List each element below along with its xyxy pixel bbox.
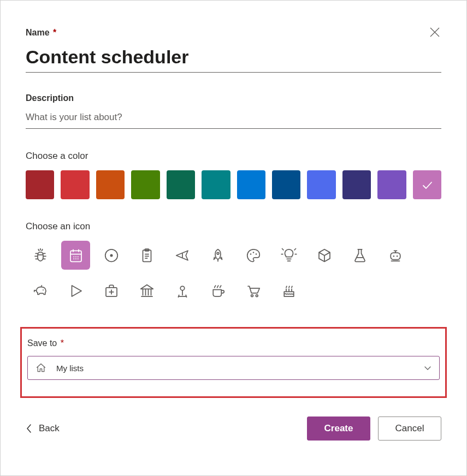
description-label: Description xyxy=(26,93,441,103)
icon-option-target[interactable] xyxy=(97,241,126,270)
calendar-icon xyxy=(68,247,84,264)
svg-point-1 xyxy=(73,256,74,257)
home-icon xyxy=(36,362,46,373)
location-icon xyxy=(174,283,191,299)
icon-option-piggybank[interactable] xyxy=(26,276,55,305)
icon-option-medical[interactable] xyxy=(97,276,126,305)
coffee-icon xyxy=(210,283,226,299)
save-to-select[interactable]: My lists xyxy=(27,356,440,380)
svg-point-8 xyxy=(110,254,113,257)
icon-option-lightbulb[interactable] xyxy=(274,241,303,270)
save-to-section: Save to * My lists xyxy=(20,327,447,398)
save-to-selected-label: My lists xyxy=(56,364,84,373)
save-to-label: Save to * xyxy=(27,338,440,348)
svg-point-6 xyxy=(77,258,78,259)
svg-point-12 xyxy=(250,253,251,255)
color-swatch-blue[interactable] xyxy=(237,170,265,199)
color-swatch-red[interactable] xyxy=(61,170,89,199)
clipboard-icon xyxy=(139,247,155,264)
icon-option-calendar[interactable] xyxy=(61,241,90,270)
icon-option-rocket[interactable] xyxy=(203,241,232,270)
svg-point-5 xyxy=(75,258,76,259)
choose-icon-label: Choose an icon xyxy=(26,221,441,232)
color-swatch-dark-green[interactable] xyxy=(167,170,195,199)
beaker-icon xyxy=(352,247,368,264)
back-button[interactable]: Back xyxy=(26,423,60,434)
color-swatch-navy[interactable] xyxy=(342,170,371,199)
icon-option-cube[interactable] xyxy=(310,241,339,270)
color-swatch-dark-blue[interactable] xyxy=(272,170,300,199)
icon-option-beaker[interactable] xyxy=(345,241,374,270)
close-button[interactable] xyxy=(427,25,442,40)
create-button[interactable]: Create xyxy=(307,416,370,441)
svg-point-18 xyxy=(43,289,44,290)
icon-option-bank[interactable] xyxy=(132,276,161,305)
svg-rect-0 xyxy=(70,251,81,261)
svg-point-22 xyxy=(256,294,258,296)
bug-icon xyxy=(32,247,49,264)
cake-icon xyxy=(281,283,297,299)
bank-icon xyxy=(139,283,155,299)
color-swatch-indigo[interactable] xyxy=(307,170,335,199)
close-icon xyxy=(430,27,440,37)
name-input[interactable] xyxy=(26,43,441,73)
svg-point-21 xyxy=(251,294,253,296)
svg-point-11 xyxy=(217,252,219,254)
svg-point-4 xyxy=(73,258,74,259)
color-swatch-purple[interactable] xyxy=(377,170,406,199)
choose-color-label: Choose a color xyxy=(26,151,441,162)
icon-option-cake[interactable] xyxy=(274,276,303,305)
color-swatch-row xyxy=(26,170,441,199)
icon-option-palette[interactable] xyxy=(239,241,268,270)
svg-point-17 xyxy=(396,255,398,257)
play-icon xyxy=(68,283,84,299)
description-input[interactable] xyxy=(26,109,441,129)
svg-point-3 xyxy=(77,256,78,257)
icon-option-cart[interactable] xyxy=(239,276,268,305)
robot-icon xyxy=(387,247,404,264)
svg-point-13 xyxy=(252,252,254,253)
icon-option-airplane[interactable] xyxy=(168,241,197,270)
icon-option-bug[interactable] xyxy=(26,241,55,270)
icon-grid xyxy=(26,241,441,305)
medical-icon xyxy=(103,283,120,299)
icon-option-play[interactable] xyxy=(61,276,90,305)
color-swatch-teal[interactable] xyxy=(202,170,230,199)
cube-icon xyxy=(316,247,333,264)
lightbulb-icon xyxy=(281,247,297,264)
name-label: Name * xyxy=(26,28,441,38)
svg-point-14 xyxy=(255,253,257,255)
target-icon xyxy=(103,247,120,264)
icon-option-robot[interactable] xyxy=(381,241,410,270)
airplane-icon xyxy=(174,247,191,264)
color-swatch-dark-red[interactable] xyxy=(26,170,54,199)
icon-option-location[interactable] xyxy=(168,276,197,305)
chevron-down-icon xyxy=(424,364,431,372)
svg-point-16 xyxy=(393,255,394,257)
color-swatch-orange[interactable] xyxy=(96,170,125,199)
icon-option-coffee[interactable] xyxy=(203,276,232,305)
chevron-left-icon xyxy=(26,424,32,433)
cancel-button[interactable]: Cancel xyxy=(378,416,441,441)
palette-icon xyxy=(245,247,262,264)
dialog-footer: Back Create Cancel xyxy=(26,416,441,441)
back-label: Back xyxy=(39,423,60,434)
icon-option-clipboard[interactable] xyxy=(132,241,161,270)
color-swatch-pink[interactable] xyxy=(413,170,441,199)
checkmark-icon xyxy=(421,179,433,191)
svg-rect-15 xyxy=(391,253,400,260)
color-swatch-green[interactable] xyxy=(131,170,159,199)
required-mark: * xyxy=(61,338,64,348)
rocket-icon xyxy=(210,247,226,264)
required-mark: * xyxy=(53,28,56,37)
cart-icon xyxy=(245,283,262,299)
svg-point-20 xyxy=(180,286,185,290)
piggybank-icon xyxy=(32,283,49,299)
svg-point-2 xyxy=(75,256,76,257)
